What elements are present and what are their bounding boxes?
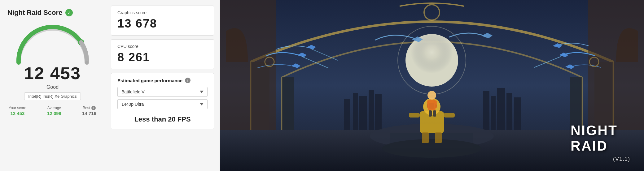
- svg-point-1: [85, 61, 88, 64]
- game-perf-section: Estimated game performance i Battlefield…: [111, 73, 214, 129]
- left-panel: Night Raid Score ✓ 12 453 Good Intel(R) …: [0, 0, 105, 171]
- game-perf-title: Estimated game performance: [117, 78, 182, 83]
- best-score-label: Best: [83, 106, 90, 110]
- check-icon: ✓: [65, 9, 73, 16]
- graphics-score-card: Graphics score 13 678: [111, 6, 214, 36]
- best-info-icon[interactable]: i: [91, 106, 96, 110]
- gauge-label: Good: [46, 84, 59, 90]
- score-comparison-row: Your score 12 453 Average 12 099 Best i …: [7, 106, 98, 116]
- gauge-arc-svg: [12, 22, 93, 67]
- svg-rect-17: [483, 91, 489, 136]
- svg-rect-20: [506, 93, 512, 136]
- best-score-value: 14 716: [82, 111, 96, 116]
- graphics-score-label: Graphics score: [117, 10, 208, 15]
- your-score-col: Your score 12 453: [9, 106, 26, 116]
- svg-rect-35: [427, 100, 429, 108]
- svg-rect-32: [435, 132, 442, 143]
- gauge-svg: [12, 22, 93, 66]
- svg-point-25: [382, 139, 481, 158]
- svg-rect-37: [429, 110, 432, 117]
- title-row: Night Raid Score ✓: [7, 9, 73, 17]
- gpu-name: Intel(R) Iris(R) Xe Graphics: [24, 92, 81, 100]
- average-score-col: Average 12 099: [47, 106, 61, 116]
- your-score-label: Your score: [9, 106, 26, 110]
- cpu-score-card: CPU score 8 261: [111, 39, 214, 69]
- quality-select[interactable]: 1440p Ultra 1080p Ultra 1080p High 1080p…: [117, 99, 208, 109]
- game-perf-info-icon[interactable]: i: [185, 78, 191, 83]
- cpu-score-label: CPU score: [117, 44, 208, 49]
- game-perf-title-row: Estimated game performance i: [117, 78, 208, 83]
- graphics-score-value: 13 678: [117, 17, 208, 30]
- svg-rect-31: [422, 132, 429, 143]
- night-raid-score-title: Night Raid Score: [7, 9, 62, 17]
- night-raid-version: (V1.1): [613, 156, 630, 162]
- svg-rect-38: [433, 110, 436, 117]
- svg-point-33: [427, 91, 436, 100]
- average-score-value: 12 099: [47, 111, 61, 116]
- svg-rect-19: [497, 88, 505, 136]
- svg-rect-15: [369, 90, 374, 136]
- svg-rect-13: [353, 93, 358, 136]
- svg-point-10: [405, 34, 458, 87]
- cpu-score-value: 8 261: [117, 51, 208, 64]
- middle-panel: Graphics score 13 678 CPU score 8 261 Es…: [105, 0, 220, 171]
- fps-result: Less than 20 FPS: [117, 115, 208, 123]
- best-score-col: Best i 14 716: [82, 106, 96, 116]
- right-panel: NIGHT RAID (V1.1): [220, 0, 644, 171]
- svg-rect-30: [444, 113, 455, 118]
- best-label-row: Best i: [83, 106, 96, 110]
- svg-rect-36: [434, 100, 437, 108]
- gauge-container: 12 453 Good Intel(R) Iris(R) Xe Graphics: [7, 22, 98, 100]
- average-score-label: Average: [47, 106, 61, 110]
- night-raid-scene-title: NIGHT RAID: [571, 123, 618, 154]
- your-score-value: 12 453: [11, 111, 25, 116]
- svg-rect-29: [409, 113, 420, 118]
- game-select[interactable]: Battlefield V Cyberpunk 2077 Fortnite Ca…: [117, 87, 208, 97]
